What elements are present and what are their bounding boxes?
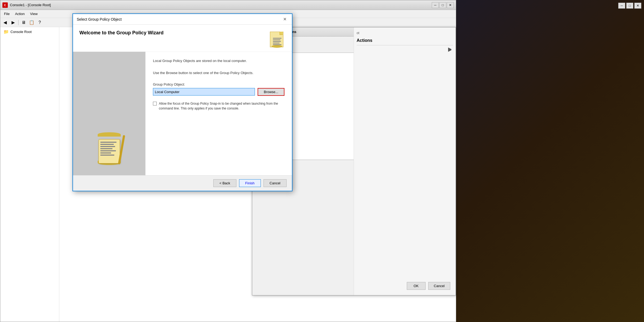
gpo-doc-fold [280, 32, 283, 35]
gpo-close-button[interactable]: ✕ [281, 16, 288, 22]
parchment-body [98, 139, 120, 163]
minimize-button[interactable]: ─ [432, 2, 439, 8]
back-button[interactable]: ◀ [1, 19, 9, 26]
parchment-line-4 [100, 148, 112, 149]
gpo-object-input[interactable] [153, 88, 255, 96]
close-button[interactable]: ✕ [447, 2, 454, 8]
snapins-footer: OK Cancel [407, 282, 450, 290]
sidebar-item-label: Console Root [10, 30, 32, 34]
parchment-line-5 [100, 150, 116, 151]
gpo-header-icon [268, 30, 286, 47]
gpo-titlebar: Select Group Policy Object ✕ [73, 14, 292, 25]
gpo-doc-icon [269, 30, 285, 48]
forward-button[interactable]: ▶ [9, 19, 17, 26]
console-icon: C [2, 2, 8, 8]
help-button[interactable]: ? [36, 19, 43, 26]
chevron-right-icon [448, 47, 453, 52]
console-titlebar: C Console1 - [Console Root] ─ □ ✕ [0, 0, 456, 10]
browse-button[interactable]: Browse... [258, 88, 284, 96]
outer-maximize-button[interactable]: □ [626, 3, 633, 9]
gpo-body: Local Group Policy Objects are stored on… [73, 52, 292, 175]
gpo-body-left [73, 52, 145, 175]
gpo-description-2: Use the Browse button to select one of t… [153, 70, 284, 76]
gpo-body-right: Local Group Policy Objects are stored on… [145, 52, 292, 175]
gpo-input-row: Browse... [153, 88, 284, 96]
doc-line-2 [273, 39, 280, 40]
outer-close-button[interactable]: ✕ [634, 3, 641, 9]
show-hide-button[interactable]: 🖥 [20, 19, 27, 26]
parchment-line-2 [100, 144, 114, 145]
parchment-scroll [96, 132, 123, 167]
toolbar-separator [18, 20, 19, 25]
gpo-footer: < Back Finish Cancel [73, 175, 292, 191]
gpo-checkbox-row: Allow the focus of the Group Policy Snap… [153, 101, 284, 111]
actions-header: Actions [357, 36, 453, 45]
parchment-line-1 [100, 142, 116, 143]
top-window-controls: ─ □ ✕ [618, 3, 641, 9]
snapins-ok-button[interactable]: OK [407, 282, 426, 290]
desktop: C Console1 - [Console Root] ─ □ ✕ File A… [0, 0, 644, 322]
doc-line-4 [273, 43, 280, 43]
back-button[interactable]: < Back [213, 179, 236, 187]
gpo-title: Select Group Policy Object [77, 17, 281, 21]
folder-icon: 📁 [3, 29, 9, 34]
menu-action[interactable]: Action [12, 11, 27, 17]
menu-file[interactable]: File [1, 11, 12, 17]
parchment-line-7 [100, 155, 114, 156]
gpo-field-label: Group Policy Object: [153, 82, 284, 86]
cancel-button[interactable]: Cancel [264, 179, 287, 187]
parchment-line-3 [100, 146, 115, 147]
sidebar: 📁 Console Root [0, 27, 59, 322]
gpo-header-title: Welcome to the Group Policy Wizard [79, 30, 263, 36]
gpo-checkbox-label: Allow the focus of the Group Policy Snap… [159, 101, 284, 111]
gpo-dialog: Select Group Policy Object ✕ Welcome to … [72, 13, 292, 191]
window-controls: ─ □ ✕ [432, 2, 454, 8]
console-title: Console1 - [Console Root] [10, 3, 432, 7]
actions-subheader: ot [357, 30, 453, 36]
gpo-header: Welcome to the Group Policy Wizard [73, 25, 292, 52]
parchment-curl-top [98, 132, 121, 137]
new-window-button[interactable]: 📋 [28, 19, 35, 26]
gpo-doc-stand [272, 45, 282, 48]
doc-line-3 [273, 41, 281, 42]
sidebar-item-console-root[interactable]: 📁 Console Root [1, 28, 58, 35]
snapins-cancel-button[interactable]: Cancel [428, 282, 450, 290]
parchment-lines [99, 140, 120, 158]
gpo-checkbox[interactable] [153, 102, 157, 105]
gpo-parchment-graphic [96, 132, 123, 167]
gpo-header-text: Welcome to the Group Policy Wizard [79, 30, 263, 36]
finish-button[interactable]: Finish [239, 179, 261, 187]
menu-view[interactable]: View [27, 11, 40, 17]
outer-minimize-button[interactable]: ─ [618, 3, 625, 9]
parchment-line-6 [100, 152, 111, 153]
gpo-description-1: Local Group Policy Objects are stored on… [153, 58, 284, 64]
maximize-button[interactable]: □ [439, 2, 446, 8]
doc-line-1 [273, 38, 281, 39]
